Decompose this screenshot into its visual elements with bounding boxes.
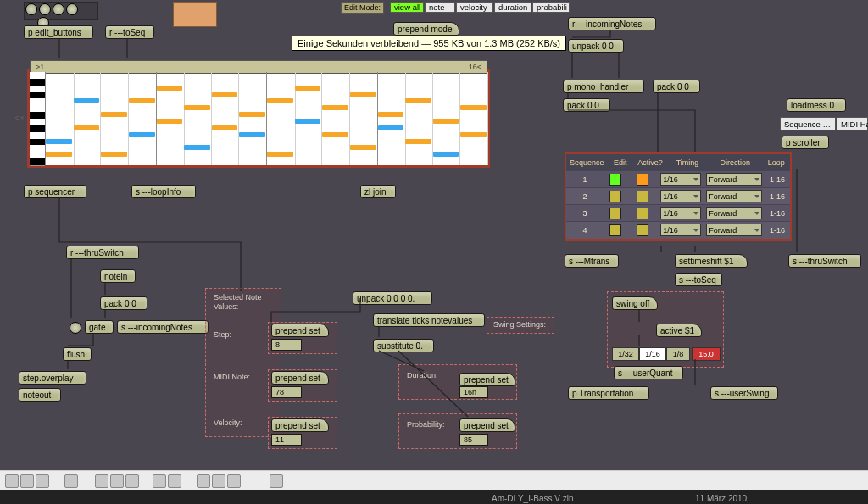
active1[interactable]: active $1 xyxy=(656,324,702,337)
tool-grid-icon[interactable] xyxy=(20,474,34,488)
probability-label: Probability: xyxy=(403,418,448,430)
tool-present-icon[interactable] xyxy=(125,474,139,488)
tab-view-all[interactable]: view all xyxy=(390,2,424,13)
tool-c-icon[interactable] xyxy=(227,474,241,488)
duration-value[interactable]: 16n xyxy=(459,386,488,398)
piano-keys xyxy=(30,72,45,165)
tool-zoom-icon[interactable] xyxy=(110,474,124,488)
tool-new-icon[interactable] xyxy=(64,474,78,488)
tool-snap-icon[interactable] xyxy=(168,474,181,488)
unpack-00-top[interactable]: unpack 0 0 xyxy=(568,39,624,53)
settimeshift[interactable]: settimeshift $1 xyxy=(675,254,748,268)
s-incomingnotes[interactable]: s ---incomingNotes xyxy=(117,320,209,334)
tool-color-icon[interactable] xyxy=(153,474,166,488)
swing-off[interactable]: swing off xyxy=(612,296,658,310)
table-row[interactable]: 21/16Forward1-16 xyxy=(566,187,790,204)
edit-mode-label: Edit Mode: xyxy=(341,2,384,14)
step-value[interactable]: 8 xyxy=(271,339,302,351)
knob-row[interactable] xyxy=(24,2,98,20)
file-date: 11 März 2010 xyxy=(695,494,747,503)
r-thruswitch[interactable]: r ---thruSwitch xyxy=(66,246,139,259)
table-row[interactable]: 41/16Forward1-16 xyxy=(566,221,790,238)
step-overplay[interactable]: step.overplay xyxy=(19,371,86,385)
tab-velocity[interactable]: velocity xyxy=(456,2,493,13)
pack-00-top[interactable]: pack 0 0 xyxy=(653,80,700,93)
noteout[interactable]: noteout xyxy=(19,388,61,402)
midi-ha-tab[interactable]: MIDI Ha xyxy=(837,117,868,130)
tab-note[interactable]: note xyxy=(425,2,455,13)
p-edit-buttons[interactable]: p edit_buttons xyxy=(24,25,93,39)
step-sequencer[interactable]: >116< C4 xyxy=(27,69,490,168)
notein[interactable]: notein xyxy=(100,269,136,283)
midi-value[interactable]: 78 xyxy=(271,386,302,398)
probability-value[interactable]: 85 xyxy=(459,434,488,446)
download-tooltip: Einige Sekunden verbleibend — 955 KB von… xyxy=(292,36,566,51)
bottom-toolbar: Am-DI Y_I-Bass V zin 11 März 2010 xyxy=(0,470,868,504)
velocity-value[interactable]: 11 xyxy=(271,434,302,446)
tool-a-icon[interactable] xyxy=(197,474,210,488)
substitute-0[interactable]: substitute 0. xyxy=(373,339,434,352)
loadmess0[interactable]: loadmess 0 xyxy=(787,98,846,112)
p-scroller[interactable]: p scroller xyxy=(782,136,829,149)
tab-probability[interactable]: probabili xyxy=(532,2,570,13)
velocity-label: Velocity: xyxy=(210,417,246,429)
swing-settings-label: Swing Settings: xyxy=(490,318,549,330)
s-userquant[interactable]: s ---userQuant xyxy=(614,366,683,379)
p-mono-handler[interactable]: p mono_handler xyxy=(563,80,644,93)
s-loopinfo[interactable]: s ---loopInfo xyxy=(131,185,196,198)
swing-1-32[interactable]: 1/32 xyxy=(612,347,639,361)
file-name: Am-DI Y_I-Bass V zin xyxy=(492,494,574,503)
swing-1-8[interactable]: 1/8 xyxy=(666,347,690,361)
tool-b-icon[interactable] xyxy=(212,474,225,488)
prepend-set-4[interactable]: prepend set xyxy=(459,373,515,386)
unpack00000[interactable]: unpack 0 0 0 0. xyxy=(353,291,432,305)
s-mtrans[interactable]: s ---Mtrans xyxy=(565,254,619,268)
selected-note-title: Selected Note Values: xyxy=(210,293,265,312)
r-incoming-notes[interactable]: r ---incomingNotes xyxy=(568,17,656,30)
table-row[interactable]: 31/16Forward1-16 xyxy=(566,204,790,221)
toggle-knob[interactable] xyxy=(70,322,81,334)
tool-lock-icon[interactable] xyxy=(5,474,19,488)
swing-1-16[interactable]: 1/16 xyxy=(639,347,666,361)
prepend-set-1[interactable]: prepend set xyxy=(271,324,329,337)
table-header: Sequence Edit Active? Timing Direction L… xyxy=(566,154,790,170)
prepend-set-3[interactable]: prepend set xyxy=(271,418,329,432)
flush[interactable]: flush xyxy=(63,347,92,361)
seq-grid[interactable] xyxy=(45,72,487,165)
pack-00-b[interactable]: pack 0 0 xyxy=(563,98,610,112)
step-label: Step: xyxy=(210,329,235,341)
p-sequencer[interactable]: p sequencer xyxy=(24,185,86,198)
prepend-set-5[interactable]: prepend set xyxy=(459,418,515,432)
s-thruswitch[interactable]: s ---thruSwitch xyxy=(788,254,861,268)
prepend-mode[interactable]: prepend mode xyxy=(393,22,459,36)
p-transportation[interactable]: p Transportation xyxy=(568,386,649,400)
sequence-tab[interactable]: Sequence … xyxy=(780,117,836,130)
sequence-table[interactable]: Sequence Edit Active? Timing Direction L… xyxy=(565,152,792,241)
translate-ticks[interactable]: translate ticks notevalues xyxy=(373,313,485,327)
color-swatch xyxy=(173,2,217,27)
s-toseq-right[interactable]: s ---toSeq xyxy=(675,273,722,286)
midi-label: MIDI Note: xyxy=(210,371,253,383)
table-row[interactable]: 11/16Forward1-16 xyxy=(566,170,790,187)
duration-label: Duration: xyxy=(403,369,442,381)
c4-label: C4 xyxy=(15,114,24,122)
tool-move-icon[interactable] xyxy=(95,474,108,488)
pack00-left[interactable]: pack 0 0 xyxy=(100,296,147,310)
zl-join[interactable]: zl join xyxy=(360,185,396,198)
tool-warn-icon[interactable] xyxy=(36,474,49,488)
s-userswing[interactable]: s ---userSwing xyxy=(710,386,778,400)
gate[interactable]: gate xyxy=(85,320,114,334)
r-toseq[interactable]: r ---toSeq xyxy=(105,25,154,39)
tool-d-icon[interactable] xyxy=(270,474,283,488)
swing-amount[interactable]: 15.0 xyxy=(692,347,721,361)
tab-duration[interactable]: duration xyxy=(494,2,531,13)
prepend-set-2[interactable]: prepend set xyxy=(271,371,329,385)
